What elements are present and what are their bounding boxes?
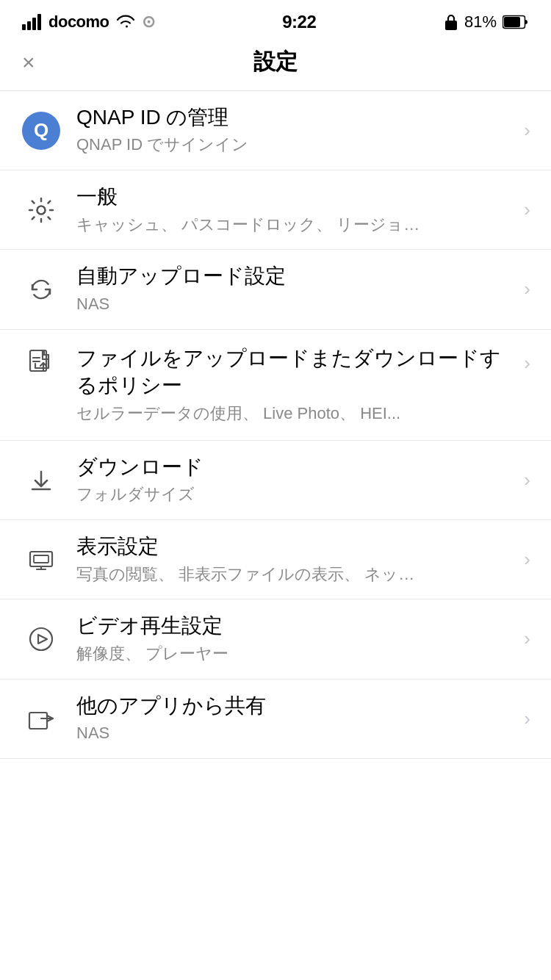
item-content-qnap: QNAP ID の管理 QNAP ID でサインイン xyxy=(76,104,515,156)
item-title-display: 表示設定 xyxy=(76,533,515,560)
svg-marker-19 xyxy=(38,635,47,644)
signal-icon xyxy=(22,14,43,30)
item-title-qnap: QNAP ID の管理 xyxy=(76,104,515,131)
item-subtitle-general: キャッシュ、 パスコードロック、 リージョ… xyxy=(76,214,515,237)
item-subtitle-share: NAS xyxy=(76,722,515,745)
svg-rect-2 xyxy=(32,18,36,30)
svg-point-18 xyxy=(30,628,52,650)
item-content-video: ビデオ再生設定 解像度、 プレーヤー xyxy=(76,613,515,665)
item-subtitle-display: 写真の閲覧、 非表示ファイルの表示、 ネッ… xyxy=(76,563,515,586)
svg-rect-6 xyxy=(504,17,520,27)
item-title-download: ダウンロード xyxy=(76,454,515,480)
item-content-share: 他のアプリから共有 NAS xyxy=(76,693,515,745)
settings-item-general[interactable]: 一般 キャッシュ、 パスコードロック、 リージョ… › xyxy=(0,170,551,250)
svg-rect-15 xyxy=(34,555,48,563)
svg-point-8 xyxy=(37,206,46,214)
settings-item-share[interactable]: 他のアプリから共有 NAS › xyxy=(0,680,551,759)
page-title: 設定 xyxy=(253,47,298,77)
download-icon xyxy=(21,467,62,494)
chevron-icon: › xyxy=(524,707,530,730)
share-icon xyxy=(21,705,62,732)
status-right: 81% xyxy=(444,12,529,32)
chevron-icon: › xyxy=(524,352,530,375)
settings-item-auto-upload[interactable]: 自動アップロード設定 NAS › xyxy=(0,250,551,329)
video-play-icon xyxy=(21,626,62,652)
svg-rect-4 xyxy=(445,21,457,30)
item-subtitle-video: 解像度、 プレーヤー xyxy=(76,643,515,666)
battery-icon xyxy=(503,15,529,29)
loading-icon: ⊙ xyxy=(142,12,155,32)
svg-rect-3 xyxy=(37,14,41,30)
gear-icon xyxy=(21,197,62,223)
item-subtitle-auto-upload: NAS xyxy=(76,293,515,316)
status-time: 9:22 xyxy=(282,12,316,32)
display-icon xyxy=(21,547,62,573)
upload-policy-icon xyxy=(21,347,62,374)
settings-item-video[interactable]: ビデオ再生設定 解像度、 プレーヤー › xyxy=(0,599,551,679)
carrier-label: docomo xyxy=(48,12,109,32)
status-bar: docomo ⊙ 9:22 81% xyxy=(0,0,551,40)
settings-item-display[interactable]: 表示設定 写真の閲覧、 非表示ファイルの表示、 ネッ… › xyxy=(0,520,551,599)
settings-list: Q QNAP ID の管理 QNAP ID でサインイン › 一般 キャッシュ、… xyxy=(0,91,551,759)
chevron-icon: › xyxy=(524,119,530,142)
chevron-icon: › xyxy=(524,198,530,221)
settings-item-download[interactable]: ダウンロード フォルダサイズ › xyxy=(0,441,551,520)
item-title-video: ビデオ再生設定 xyxy=(76,613,515,639)
svg-rect-1 xyxy=(27,21,31,30)
chevron-icon: › xyxy=(524,469,530,491)
battery-percent: 81% xyxy=(464,12,497,32)
chevron-icon: › xyxy=(524,627,530,650)
nav-bar: × 設定 xyxy=(0,40,551,91)
wifi-icon xyxy=(115,14,136,30)
sync-icon xyxy=(21,276,62,303)
svg-rect-0 xyxy=(22,24,26,30)
item-title-upload-policy: ファイルをアップロードまたダウンロードするポリシー xyxy=(76,345,515,400)
settings-item-upload-policy[interactable]: ファイルをアップロードまたダウンロードするポリシー セルラーデータの使用、 Li… xyxy=(0,330,551,441)
settings-item-qnap-id[interactable]: Q QNAP ID の管理 QNAP ID でサインイン › xyxy=(0,91,551,170)
avatar: Q xyxy=(22,112,60,150)
status-left: docomo ⊙ xyxy=(22,12,155,32)
item-title-share: 他のアプリから共有 xyxy=(76,693,515,719)
item-title-auto-upload: 自動アップロード設定 xyxy=(76,263,515,289)
item-subtitle-upload-policy: セルラーデータの使用、 Live Photo、 HEI... xyxy=(76,403,515,425)
close-button[interactable]: × xyxy=(22,51,35,73)
qnap-avatar-icon: Q xyxy=(21,112,62,150)
svg-rect-20 xyxy=(29,713,47,729)
item-content-display: 表示設定 写真の閲覧、 非表示ファイルの表示、 ネッ… xyxy=(76,533,515,586)
item-title-general: 一般 xyxy=(76,184,515,210)
chevron-icon: › xyxy=(524,278,530,300)
item-subtitle-download: フォルダサイズ xyxy=(76,483,515,506)
item-content-upload-policy: ファイルをアップロードまたダウンロードするポリシー セルラーデータの使用、 Li… xyxy=(76,345,515,425)
item-content-download: ダウンロード フォルダサイズ xyxy=(76,454,515,506)
chevron-icon: › xyxy=(524,548,530,571)
item-subtitle-qnap: QNAP ID でサインイン xyxy=(76,134,515,156)
item-content-auto-upload: 自動アップロード設定 NAS xyxy=(76,263,515,315)
lock-icon xyxy=(444,13,458,31)
item-content-general: 一般 キャッシュ、 パスコードロック、 リージョ… xyxy=(76,184,515,236)
